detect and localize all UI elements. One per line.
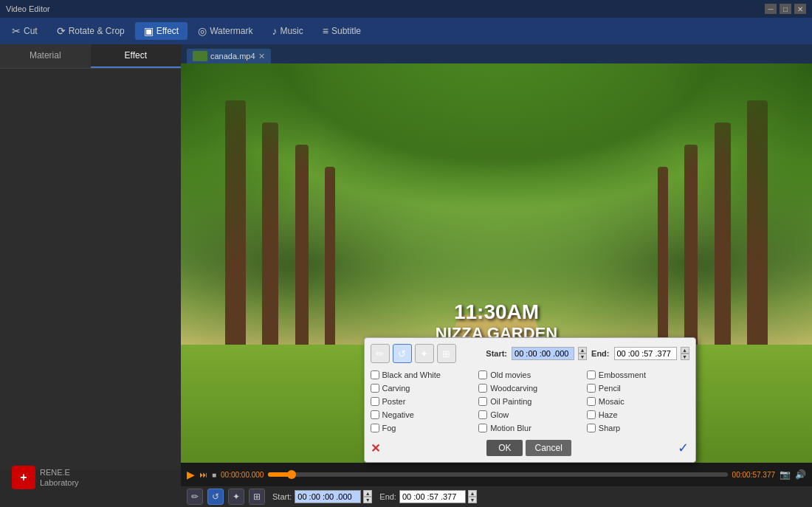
start-time-up[interactable]: ▲ bbox=[363, 490, 372, 497]
footer-buttons: OK Cancel bbox=[486, 440, 571, 456]
start-time-spinbox[interactable]: ▲ ▼ bbox=[363, 490, 372, 503]
end-time-input[interactable] bbox=[399, 490, 466, 503]
effect-end-spinbox[interactable]: ▲ ▼ bbox=[681, 347, 689, 360]
music-icon: ♪ bbox=[272, 25, 277, 37]
effect-start-up[interactable]: ▲ bbox=[578, 347, 587, 353]
end-time-spinbox[interactable]: ▲ ▼ bbox=[468, 490, 477, 503]
effect-negative-checkbox[interactable] bbox=[371, 410, 379, 419]
video-overlay: 11:30AM NIZZA GARDEN bbox=[436, 300, 557, 343]
effect-old-movies-label[interactable]: Old movies bbox=[490, 370, 531, 379]
tab-cut[interactable]: ✂ Cut bbox=[3, 22, 47, 40]
effect-old-movies-checkbox[interactable] bbox=[478, 370, 487, 379]
logo-icon: + bbox=[12, 466, 35, 489]
effect-motion-blur-label[interactable]: Motion Blur bbox=[490, 424, 531, 432]
effect-oil-painting-checkbox[interactable] bbox=[478, 397, 487, 406]
window-controls[interactable]: ─ □ ✕ bbox=[765, 4, 806, 14]
step-button[interactable]: ⏭ bbox=[199, 470, 207, 479]
tool-grid-button[interactable]: ⊞ bbox=[249, 489, 265, 505]
effect-motion-blur-checkbox[interactable] bbox=[478, 424, 487, 432]
tab-effect[interactable]: ▣ Effect bbox=[135, 22, 187, 40]
effect-motion-blur: Motion Blur bbox=[478, 422, 581, 434]
effect-pencil-label[interactable]: Pencil bbox=[599, 384, 621, 393]
file-close-icon[interactable]: ✕ bbox=[258, 52, 265, 61]
effect-fog-checkbox[interactable] bbox=[371, 424, 379, 432]
start-time-down[interactable]: ▼ bbox=[363, 497, 372, 503]
effect-woodcarving-label[interactable]: Woodcarving bbox=[490, 384, 537, 393]
tab-rotate[interactable]: ⟳ Rotate & Crop bbox=[48, 22, 134, 40]
tab-cut-label: Cut bbox=[24, 26, 38, 36]
effect-end-down[interactable]: ▼ bbox=[681, 353, 689, 360]
effect-poster-label[interactable]: Poster bbox=[382, 397, 406, 406]
end-time-up[interactable]: ▲ bbox=[468, 490, 477, 497]
logo-line2: Laboratory bbox=[40, 477, 79, 488]
effect-black-and-white-checkbox[interactable] bbox=[371, 370, 379, 379]
file-tab[interactable]: canada.mp4 ✕ bbox=[187, 49, 271, 63]
time-right-display: 00:00:57.377 bbox=[732, 471, 775, 479]
effect-oil-painting-label[interactable]: Oil Painting bbox=[490, 397, 531, 406]
title-bar: Video Editor ─ □ ✕ bbox=[0, 0, 812, 18]
effect-rotate-icon[interactable]: ↺ bbox=[393, 344, 412, 363]
tool-rotate-button[interactable]: ↺ bbox=[207, 489, 224, 505]
effect-negative-label[interactable]: Negative bbox=[382, 410, 414, 419]
effect-brightness-icon[interactable]: ✦ bbox=[415, 344, 434, 363]
sidebar-tab-bar: Material Effect bbox=[0, 44, 181, 69]
ok-button[interactable]: OK bbox=[486, 440, 523, 456]
effect-glow-checkbox[interactable] bbox=[478, 410, 487, 419]
minimize-button[interactable]: ─ bbox=[765, 4, 777, 14]
effect-embossment-checkbox[interactable] bbox=[587, 370, 596, 379]
sidebar-tab-effect[interactable]: Effect bbox=[91, 44, 182, 68]
effect-woodcarving-checkbox[interactable] bbox=[478, 384, 487, 393]
confirm-check-icon[interactable]: ✓ bbox=[678, 440, 689, 456]
snapshot-button[interactable]: 📷 bbox=[780, 469, 791, 480]
end-time-group: End: ▲ ▼ bbox=[379, 490, 477, 503]
volume-icon[interactable]: 🔊 bbox=[795, 469, 806, 480]
effect-pencil-checkbox[interactable] bbox=[587, 384, 596, 393]
effect-start-input[interactable] bbox=[512, 347, 574, 360]
effect-glow-label[interactable]: Glow bbox=[490, 410, 509, 419]
effect-fog-label[interactable]: Fog bbox=[382, 424, 396, 432]
tab-music[interactable]: ♪ Music bbox=[263, 22, 312, 40]
effect-woodcarving: Woodcarving bbox=[478, 382, 581, 394]
sidebar-tab-material[interactable]: Material bbox=[0, 44, 91, 68]
tool-brightness-button[interactable]: ✦ bbox=[228, 489, 244, 505]
effect-pencil-icon[interactable]: ✏ bbox=[371, 344, 390, 363]
tool-controls: ✏ ↺ ✦ ⊞ Start: ▲ ▼ End: ▲ ▼ bbox=[181, 486, 812, 507]
tool-pencil-button[interactable]: ✏ bbox=[187, 489, 203, 505]
maximize-button[interactable]: □ bbox=[780, 4, 791, 14]
panel-footer: ✕ OK Cancel ✓ bbox=[371, 440, 689, 456]
effect-black-and-white-label[interactable]: Black and White bbox=[382, 370, 441, 379]
effect-mosaic-checkbox[interactable] bbox=[587, 397, 596, 406]
close-button[interactable]: ✕ bbox=[794, 4, 806, 14]
effect-carving-label[interactable]: Carving bbox=[382, 384, 410, 393]
effect-end-input[interactable] bbox=[614, 347, 677, 360]
time-left-display: 00:00:00.000 bbox=[221, 471, 264, 479]
effect-mosaic-label[interactable]: Mosaic bbox=[599, 397, 625, 406]
tab-subtitle[interactable]: ≡ Subtitle bbox=[314, 22, 370, 40]
material-tab-label: Material bbox=[30, 50, 61, 61]
effect-carving-checkbox[interactable] bbox=[371, 384, 379, 393]
effect-embossment-label[interactable]: Embossment bbox=[599, 370, 646, 379]
end-time-down[interactable]: ▼ bbox=[468, 497, 477, 503]
tab-watermark-label: Watermark bbox=[210, 26, 252, 36]
effect-sharp-label[interactable]: Sharp bbox=[599, 424, 620, 432]
progress-track[interactable] bbox=[268, 472, 727, 477]
effect-start-spinbox[interactable]: ▲ ▼ bbox=[578, 347, 587, 360]
progress-thumb[interactable] bbox=[287, 470, 296, 479]
rotate-icon: ⟳ bbox=[57, 25, 66, 37]
tab-watermark[interactable]: ◎ Watermark bbox=[189, 22, 261, 40]
effect-start-down[interactable]: ▼ bbox=[578, 353, 587, 360]
effect-panel-header: ✏ ↺ ✦ ⊞ Start: ▲ ▼ End: ▲ ▼ bbox=[371, 344, 689, 363]
effect-end-up[interactable]: ▲ bbox=[681, 347, 689, 353]
effect-poster-checkbox[interactable] bbox=[371, 397, 379, 406]
effect-sharp-checkbox[interactable] bbox=[587, 424, 596, 432]
effect-haze-checkbox[interactable] bbox=[587, 410, 596, 419]
start-time-input[interactable] bbox=[295, 490, 361, 503]
effect-haze: Haze bbox=[587, 409, 689, 421]
panel-cancel-x-icon[interactable]: ✕ bbox=[371, 441, 380, 455]
effect-haze-label[interactable]: Haze bbox=[599, 410, 618, 419]
cancel-button[interactable]: Cancel bbox=[526, 440, 571, 456]
stop-button[interactable]: ■ bbox=[212, 471, 216, 479]
effect-time-section: Start: ▲ ▼ End: ▲ ▼ bbox=[486, 347, 689, 360]
effect-grid-icon[interactable]: ⊞ bbox=[437, 344, 456, 363]
play-button[interactable]: ▶ bbox=[187, 469, 195, 480]
